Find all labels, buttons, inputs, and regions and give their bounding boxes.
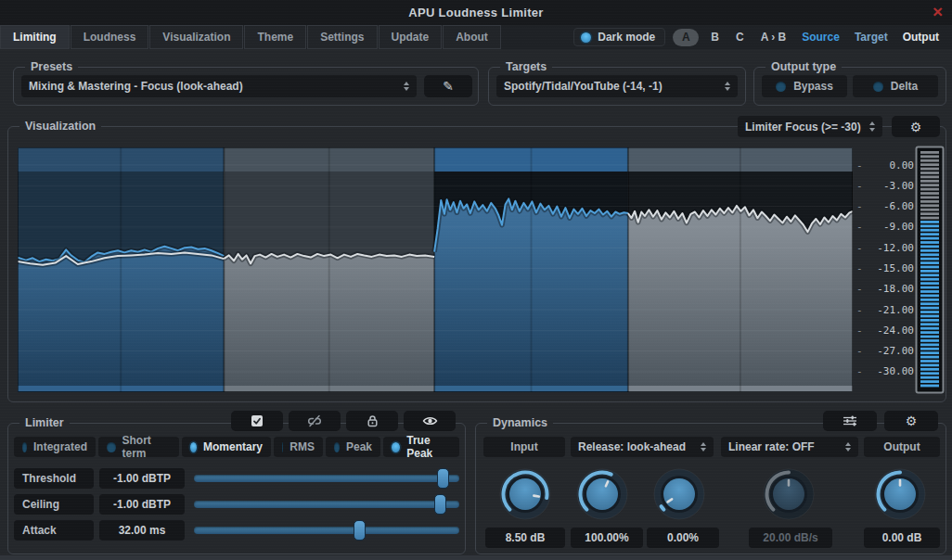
release-amount-knob[interactable] <box>572 465 632 524</box>
tab-about[interactable]: About <box>443 25 501 49</box>
radio-icon <box>392 442 400 452</box>
metric-true-peak[interactable]: True Peak <box>383 437 459 457</box>
input-section-button[interactable]: Input <box>483 437 565 457</box>
ab-slot-b-button[interactable]: B <box>706 31 724 44</box>
window-title: APU Loudness Limiter <box>0 0 952 25</box>
limiter-lock-button[interactable] <box>346 411 398 431</box>
visualization-group-label: Visualization <box>19 120 101 133</box>
slider-track <box>194 501 459 508</box>
attack-value[interactable]: 32.00 ms <box>99 520 185 541</box>
release-amount-value[interactable]: 100.00% <box>571 528 643 548</box>
y-axis-tick: --30.00 <box>855 365 914 378</box>
dark-mode-toggle[interactable]: Dark mode <box>573 28 665 46</box>
dynamics-settings-button[interactable]: ⚙ <box>884 411 938 431</box>
output-gain-knob[interactable] <box>870 465 930 524</box>
radio-icon <box>190 442 197 452</box>
slider-handle[interactable] <box>354 520 366 541</box>
lock-icon <box>367 414 379 427</box>
threshold-slider[interactable] <box>194 468 459 489</box>
limiter-link-button[interactable] <box>289 411 341 431</box>
limiter-enable-button[interactable] <box>231 411 283 431</box>
metric-peak[interactable]: Peak <box>326 437 380 457</box>
top-controls: Dark mode A B C A › B Source Target Outp… <box>573 25 952 49</box>
ceiling-value[interactable]: -1.00 dBTP <box>99 494 185 515</box>
ab-slot-a-button[interactable]: A <box>673 29 699 46</box>
visualization-settings-button[interactable]: ⚙ <box>892 116 940 137</box>
tab-settings[interactable]: Settings <box>307 25 377 49</box>
y-axis-tick: --27.00 <box>855 345 914 358</box>
y-axis-tick: --6.00 <box>855 200 914 213</box>
output-gain-value[interactable]: 0.00 dB <box>864 528 940 548</box>
linear-rate-select[interactable]: Linear rate: OFF <box>721 437 858 457</box>
y-axis-tick: --15.00 <box>855 261 914 274</box>
slider-track <box>194 475 459 482</box>
limiter-focus-select[interactable]: Limiter Focus (>= -30) <box>738 116 882 137</box>
bypass-toggle[interactable]: Bypass <box>762 75 847 97</box>
ceiling-slider[interactable] <box>194 494 459 515</box>
eye-icon <box>422 415 438 426</box>
target-select-value: Spotify/Tidal/YouTube (-14, -1) <box>504 80 663 93</box>
metric-momentary[interactable]: Momentary <box>182 437 271 457</box>
metric-label: Peak <box>346 440 372 453</box>
ab-copy-button[interactable]: A › B <box>756 31 791 44</box>
y-axis-tick: --24.00 <box>855 324 914 337</box>
metric-label: Momentary <box>203 440 263 453</box>
targets-group: Targets Spotify/Tidal/YouTube (-14, -1) <box>488 67 746 106</box>
linear-rate-value[interactable]: 20.00 dB/s <box>749 528 832 548</box>
targets-group-label: Targets <box>500 60 552 73</box>
tab-visualization[interactable]: Visualization <box>149 25 243 49</box>
bypass-radio-icon <box>776 82 786 92</box>
delta-toggle[interactable]: Delta <box>853 75 938 97</box>
dynamics-mixer-button[interactable] <box>823 411 877 431</box>
input-gain-value[interactable]: 8.50 dB <box>485 528 565 548</box>
target-select[interactable]: Spotify/Tidal/YouTube (-14, -1) <box>496 75 738 97</box>
input-gain-knob[interactable] <box>495 465 555 524</box>
dynamics-group: Dynamics ⚙ Input Release: look-ahead Lin… <box>475 423 946 554</box>
tab-theme[interactable]: Theme <box>244 25 306 49</box>
tab-limiting[interactable]: Limiting <box>0 25 70 49</box>
limiter-group-label: Limiter <box>19 416 70 429</box>
view-output-button[interactable]: Output <box>899 31 943 44</box>
metric-rms[interactable]: RMS <box>274 437 323 457</box>
tab-update[interactable]: Update <box>379 25 443 49</box>
threshold-label: Threshold <box>14 468 94 489</box>
preset-edit-button[interactable]: ✎ <box>424 75 472 97</box>
limiter-visibility-button[interactable] <box>404 411 456 431</box>
sliders-icon <box>843 415 857 426</box>
ab-slot-c-button[interactable]: C <box>731 31 749 44</box>
output-section-button[interactable]: Output <box>864 437 940 457</box>
presets-group: Presets Mixing & Mastering - Focus (look… <box>13 67 479 106</box>
tab-loudness[interactable]: Loudness <box>71 25 149 49</box>
attack-slider[interactable] <box>194 520 459 541</box>
slider-handle[interactable] <box>434 494 446 515</box>
metric-integrated[interactable]: Integrated <box>14 437 96 457</box>
linear-rate-knob[interactable] <box>759 465 818 524</box>
slider-handle[interactable] <box>437 468 449 489</box>
release-character-value[interactable]: 0.00% <box>647 528 719 548</box>
y-axis-tick: --3.00 <box>855 179 914 192</box>
radio-icon <box>22 442 27 452</box>
radio-icon <box>107 442 116 452</box>
threshold-value[interactable]: -1.00 dBTP <box>99 468 185 489</box>
output-type-group-label: Output type <box>765 60 842 73</box>
release-character-knob[interactable] <box>650 465 709 524</box>
y-axis-tick: --18.00 <box>855 283 914 296</box>
metric-label: Integrated <box>33 440 87 453</box>
release-mode-select[interactable]: Release: look-ahead <box>571 437 714 457</box>
slider-track <box>194 527 459 534</box>
dynamics-group-label: Dynamics <box>487 416 553 429</box>
preset-select[interactable]: Mixing & Mastering - Focus (look-ahead) <box>21 75 417 97</box>
dark-mode-label: Dark mode <box>598 31 655 44</box>
output-level-meter <box>915 146 945 394</box>
gear-icon: ⚙ <box>906 414 918 427</box>
delta-label: Delta <box>891 80 918 93</box>
dark-mode-radio-icon <box>581 32 591 43</box>
metric-label: True Peak <box>406 434 451 460</box>
loudness-history-chart <box>18 147 853 392</box>
metric-short-term[interactable]: Short term <box>98 437 179 457</box>
view-source-button[interactable]: Source <box>798 31 843 44</box>
close-icon[interactable]: × <box>933 0 943 24</box>
view-target-button[interactable]: Target <box>851 31 892 44</box>
pencil-icon: ✎ <box>443 80 454 93</box>
updown-arrows-icon <box>845 442 851 452</box>
